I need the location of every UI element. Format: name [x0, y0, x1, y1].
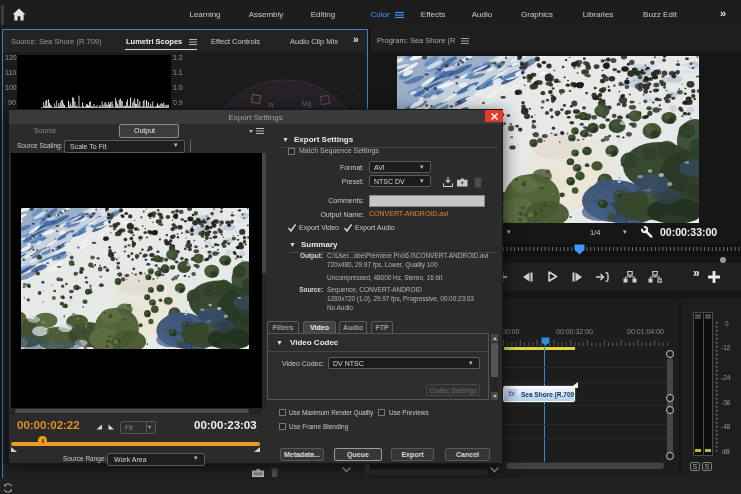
svg-text:Mg: Mg [302, 100, 311, 108]
svg-text:R: R [269, 102, 274, 109]
